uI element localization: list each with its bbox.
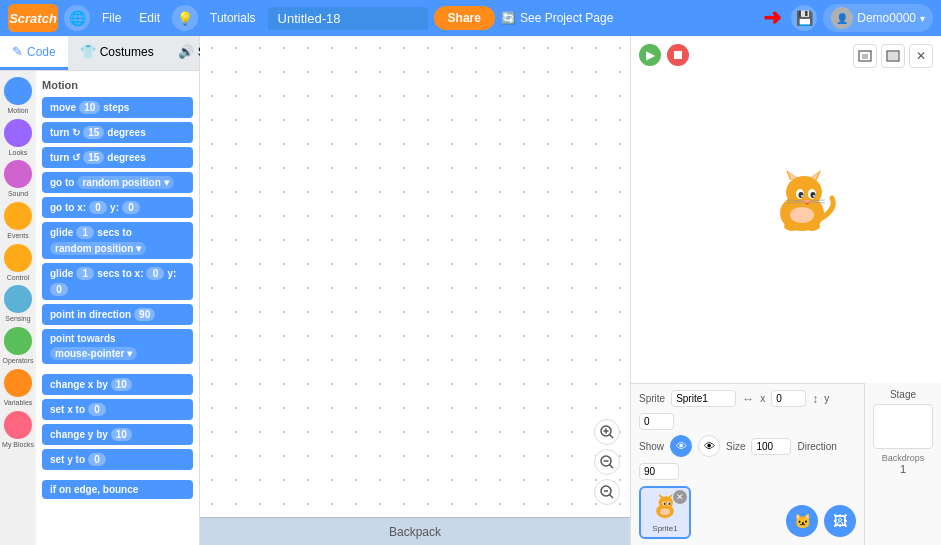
sprite-name-input[interactable] [671,390,736,407]
costumes-tab-icon: 👕 [80,44,96,59]
svg-rect-15 [888,52,898,60]
cat-myblocks-label[interactable]: My Blocks [2,441,34,449]
cat-sound-label[interactable]: Sound [8,190,28,198]
cat-events-label[interactable]: Events [7,232,28,240]
category-panel: Motion Looks Sound Events Control Sensin… [0,71,36,545]
zoom-out-button[interactable] [594,449,620,475]
tab-code-label: Code [27,45,56,59]
fullscreen-button[interactable]: ✕ [909,44,933,68]
show-hidden-button[interactable]: 👁 [698,435,720,457]
category-sensing[interactable] [4,285,32,313]
tab-code[interactable]: ✎ Code [0,36,68,70]
user-name-label: Demo0000 [857,11,916,25]
y-input[interactable] [639,413,674,430]
sprite-delete-button[interactable]: ✕ [673,490,687,504]
tabs-row: ✎ Code 👕 Costumes 🔊 Sounds [0,36,199,71]
svg-point-25 [810,192,815,198]
see-project-button[interactable]: 🔄 See Project Page [501,11,613,25]
backdrops-count: 1 [900,463,906,475]
blocks-section-title: Motion [42,79,193,91]
cat-control-label[interactable]: Control [7,274,30,282]
show-visible-button[interactable]: 👁 [670,435,692,457]
block-change-x[interactable]: change x by 10 [42,374,193,395]
block-glide-xy[interactable]: glide 1 secs to x: 0 y: 0 [42,263,193,300]
add-sprite-button[interactable]: 🐱 [786,505,818,537]
svg-line-5 [610,465,614,469]
cat-variables-label[interactable]: Variables [4,399,33,407]
block-turn-ccw[interactable]: turn ↺ 15 degrees [42,147,193,168]
cat-looks-label[interactable]: Looks [9,149,28,157]
x-input[interactable] [771,390,806,407]
bottom-row: Sprite ↔ x ↕ y Show 👁 👁 Size Directio [631,383,941,545]
block-change-y[interactable]: change y by 10 [42,424,193,445]
block-point-towards[interactable]: point towards mouse-pointer ▾ [42,329,193,364]
share-button[interactable]: Share [434,6,495,30]
globe-button[interactable]: 🌐 [64,5,90,31]
size-input[interactable] [751,438,791,455]
zoom-in-button[interactable] [594,419,620,445]
zoom-out-icon [600,455,614,469]
sprite-info-panel: Sprite ↔ x ↕ y Show 👁 👁 Size Directio [631,383,864,545]
large-stage-button[interactable] [881,44,905,68]
block-if-on-edge[interactable]: if on edge, bounce [42,480,193,499]
backdrops-label: Backdrops [882,453,925,463]
see-project-label: See Project Page [520,11,613,25]
file-menu-button[interactable]: File [96,9,127,27]
block-turn-cw[interactable]: turn ↻ 15 degrees [42,122,193,143]
block-set-x[interactable]: set x to 0 [42,399,193,420]
block-go-to-random[interactable]: go to random position ▾ [42,172,193,193]
svg-line-1 [610,435,614,439]
svg-point-17 [786,176,822,208]
tutorials-button[interactable]: Tutorials [204,9,262,27]
cat-operators-label[interactable]: Operators [2,357,33,365]
y-arrows-icon: ↕ [812,392,818,406]
code-area: Backpack [200,36,631,545]
block-point-dir[interactable]: point in direction 90 [42,304,193,325]
xy-arrows-icon: ↔ [742,392,754,406]
right-panel: ▶ ✕ [631,36,941,545]
svg-rect-13 [862,54,868,59]
stage-mini-thumbnail[interactable] [873,404,933,449]
cat-sensing-label[interactable]: Sensing [5,315,30,323]
category-sound[interactable] [4,160,32,188]
category-events[interactable] [4,202,32,230]
category-motion[interactable] [4,77,32,105]
red-stop-button[interactable] [667,44,689,66]
block-go-to-xy[interactable]: go to x: 0 y: 0 [42,197,193,218]
zoom-controls [594,419,620,505]
green-flag-button[interactable]: ▶ [639,44,661,66]
chevron-down-icon: ▾ [920,13,925,24]
save-icon-button[interactable]: 💾 [791,5,817,31]
project-name-input[interactable] [268,7,428,30]
category-control[interactable] [4,244,32,272]
block-glide-random[interactable]: glide 1 secs to random position ▾ [42,222,193,259]
user-area[interactable]: 👤 Demo0000 ▾ [823,4,933,32]
category-looks[interactable] [4,119,32,147]
category-operators[interactable] [4,327,32,355]
backpack-bar[interactable]: Backpack [200,517,630,545]
svg-point-44 [668,503,670,505]
light-bulb-icon[interactable]: 💡 [172,5,198,31]
edit-menu-button[interactable]: Edit [133,9,166,27]
block-move[interactable]: move 10 steps [42,97,193,118]
sprite-label: Sprite [639,393,665,404]
zoom-reset-button[interactable] [594,479,620,505]
block-set-y[interactable]: set y to 0 [42,449,193,470]
top-nav: Scratch 🌐 File Edit 💡 Tutorials Share 🔄 … [0,0,941,36]
sprite-thumb-sprite1[interactable]: ✕ [639,486,691,539]
category-myblocks[interactable] [4,411,32,439]
svg-point-24 [798,192,803,198]
direction-input[interactable] [639,463,679,480]
small-stage-button[interactable] [853,44,877,68]
category-variables[interactable] [4,369,32,397]
cat-sprite-svg [762,168,842,238]
add-stage-button[interactable]: 🖼 [824,505,856,537]
code-canvas[interactable] [200,36,630,517]
arrow-indicator: ➜ [763,5,781,31]
blocks-list: Motion move 10 steps turn ↻ 15 degrees t… [36,71,199,545]
tab-costumes[interactable]: 👕 Costumes [68,36,166,70]
sprite-thumb-label: Sprite1 [652,524,677,533]
cat-motion-label[interactable]: Motion [7,107,28,115]
size-label: Size [726,441,745,452]
stage-mini-panel: Stage Backdrops 1 [864,383,941,545]
